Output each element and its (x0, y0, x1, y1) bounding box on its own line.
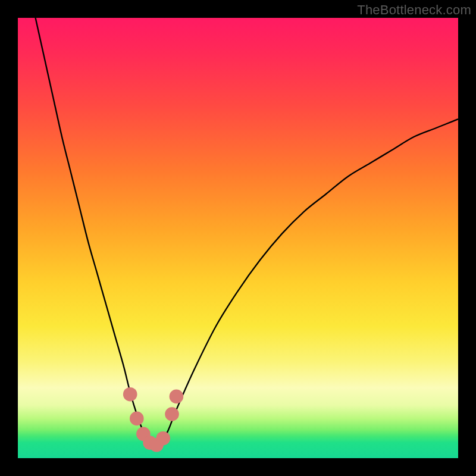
frame: TheBottleneck.com (0, 0, 476, 476)
marker-8 (170, 390, 184, 404)
marker-7 (165, 407, 179, 421)
marker-6 (156, 431, 170, 446)
marker-2 (130, 412, 144, 426)
curve-layer (18, 18, 458, 458)
curve-markers (123, 387, 183, 452)
plot-area (18, 18, 458, 458)
marker-1 (123, 387, 137, 402)
bottleneck-curve (36, 18, 458, 449)
watermark-text: TheBottleneck.com (357, 2, 471, 18)
